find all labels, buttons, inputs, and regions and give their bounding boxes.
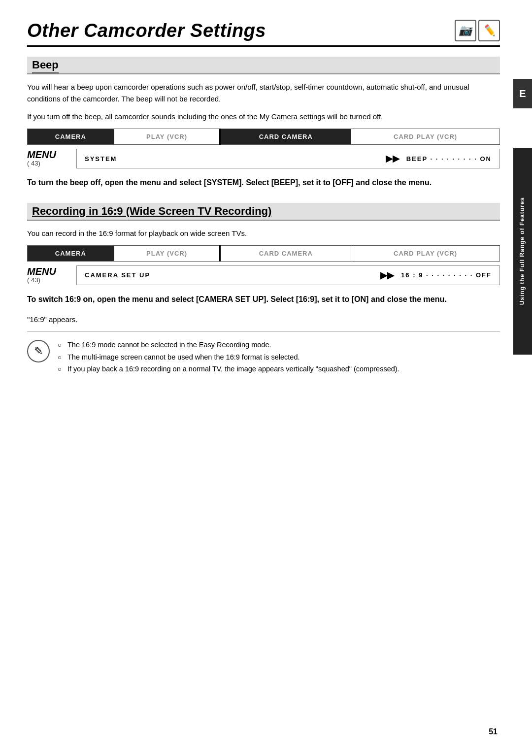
camera-icon: 📷 [455, 20, 476, 41]
note-item-2: The multi-image screen cannot be used wh… [58, 351, 399, 363]
page-container: E Using the Full Range of Features Other… [0, 0, 532, 756]
beep-mode-table: CAMERA PLAY (VCR) CARD CAMERA CARD PLAY … [27, 129, 500, 145]
mode-play-vcr-169: PLAY (VCR) [114, 245, 220, 261]
page-title-text: Other Camcorder Settings [27, 20, 266, 41]
recording169-menu-ref: ( 43) [27, 276, 40, 284]
beep-heading: Beep [27, 57, 500, 74]
beep-section: Beep You will hear a beep upon camcorder… [27, 57, 500, 189]
note-item-3: If you play back a 16:9 recording on a n… [58, 363, 399, 375]
recording169-menu-label: MENU [27, 265, 66, 276]
beep-instruction: To turn the beep off, open the menu and … [27, 176, 500, 189]
beep-menu-block: MENU ( 43) SYSTEM ▶▶ BEEP · · · · · · · … [27, 149, 500, 168]
title-icons: 📷 ✏️ [455, 20, 500, 41]
recording169-paragraph: You can record in the 16:9 format for pl… [27, 228, 500, 239]
mode-card-play-169: CARD PLAY (VCR) [351, 245, 500, 261]
recording169-menu-arrow: ▶▶ [380, 270, 394, 281]
beep-menu-label: MENU [27, 149, 66, 160]
main-content: Other Camcorder Settings 📷 ✏️ Beep You w… [27, 20, 500, 375]
e-tab-letter: E [519, 88, 526, 99]
beep-menu-content: SYSTEM ▶▶ BEEP · · · · · · · · · ON [76, 149, 500, 168]
recording169-heading: Recording in 16:9 (Wide Screen TV Record… [32, 205, 271, 217]
recording169-instruction: To switch 16:9 on, open the menu and sel… [27, 293, 500, 306]
appears-text: "16:9" appears. [27, 315, 500, 324]
sidebar-label: Using the Full Range of Features [519, 197, 527, 305]
recording169-menu-left: MENU ( 43) [27, 265, 71, 284]
pencil-icon: ✏️ [478, 20, 500, 41]
note-icon: ✎ [27, 340, 50, 362]
mode-card-camera-beep: CARD CAMERA [220, 129, 351, 145]
mode-camera-beep: CAMERA [28, 129, 114, 145]
page-title: Other Camcorder Settings 📷 ✏️ [27, 20, 500, 47]
recording169-menu-content: CAMERA SET UP ▶▶ 16 : 9 · · · · · · · · … [76, 265, 500, 285]
recording169-section: Recording in 16:9 (Wide Screen TV Record… [27, 203, 500, 376]
beep-paragraph2: If you turn off the beep, all camcorder … [27, 111, 500, 123]
sidebar-tab: Using the Full Range of Features [513, 148, 532, 355]
beep-menu-ref: ( 43) [27, 160, 40, 167]
note-item-1: The 16:9 mode cannot be selected in the … [58, 339, 399, 351]
mode-card-camera-169: CARD CAMERA [220, 245, 351, 261]
beep-menu-arrow: ▶▶ [386, 153, 399, 164]
mode-play-vcr-beep: PLAY (VCR) [114, 129, 220, 145]
beep-paragraph1: You will hear a beep upon camcorder oper… [27, 81, 500, 105]
e-tab: E [513, 79, 532, 108]
beep-menu-left: MENU ( 43) [27, 149, 71, 167]
beep-menu-value: BEEP · · · · · · · · · ON [406, 155, 492, 163]
mode-camera-169: CAMERA [28, 245, 114, 261]
mode-card-play-beep: CARD PLAY (VCR) [351, 129, 500, 145]
note-list: The 16:9 mode cannot be selected in the … [58, 339, 399, 375]
note-block: ✎ The 16:9 mode cannot be selected in th… [27, 331, 500, 375]
page-number: 51 [489, 727, 498, 736]
recording169-heading-bar: Recording in 16:9 (Wide Screen TV Record… [27, 203, 500, 221]
recording169-menu-value: 16 : 9 · · · · · · · · · OFF [401, 271, 492, 279]
recording169-mode-table: CAMERA PLAY (VCR) CARD CAMERA CARD PLAY … [27, 245, 500, 262]
recording169-menu-block: MENU ( 43) CAMERA SET UP ▶▶ 16 : 9 · · ·… [27, 265, 500, 285]
recording169-menu-item: CAMERA SET UP [85, 271, 373, 279]
beep-menu-item: SYSTEM [85, 155, 379, 163]
